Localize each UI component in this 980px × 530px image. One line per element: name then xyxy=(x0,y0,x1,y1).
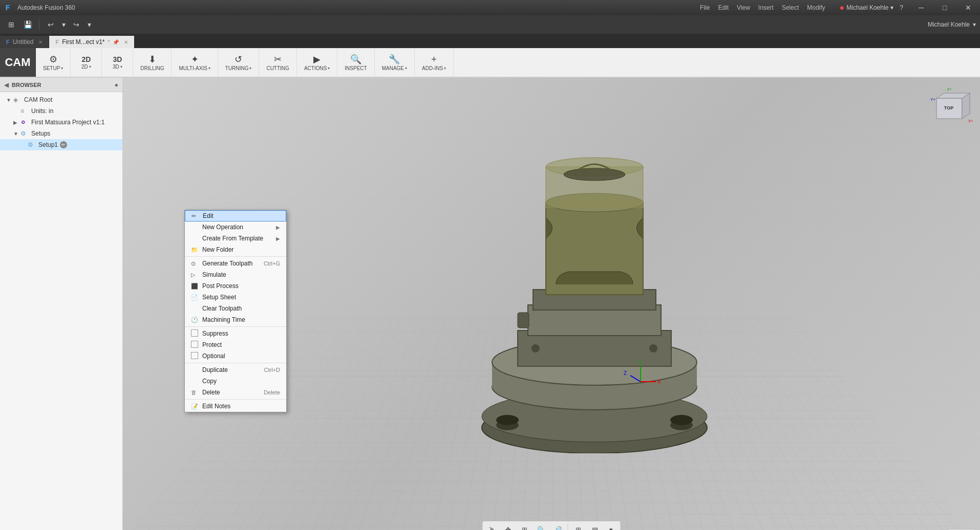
browser-collapse-button[interactable]: ● xyxy=(115,81,118,89)
ctx-template-arrow: ▶ xyxy=(276,236,280,241)
menu-insert[interactable]: Insert xyxy=(758,4,774,11)
user-area: Michael Koehle ▾ xyxy=(928,21,976,28)
ctx-sep-1 xyxy=(185,256,286,257)
cutting-icon: ✂ xyxy=(274,54,282,65)
menu-modify[interactable]: Modify xyxy=(807,4,825,11)
tab-close-project[interactable]: ✕ xyxy=(124,39,128,45)
ctx-generate-toolpath[interactable]: ⊙ Generate Toolpath Ctrl+G xyxy=(185,258,286,269)
zoom-out-button[interactable]: 🔎 xyxy=(550,523,565,530)
ctx-post-process[interactable]: ⬛ Post Process xyxy=(185,280,286,292)
inspect-ribbon-button[interactable]: 🔍 INSPECT xyxy=(342,51,370,74)
addins-ribbon-button[interactable]: + ADD-INS ▾ xyxy=(419,51,449,74)
pan-button[interactable]: ✥ xyxy=(501,523,516,530)
zoom-fit-button[interactable]: ⊞ xyxy=(518,523,532,530)
user-qa-dropdown[interactable]: ▾ xyxy=(973,21,976,28)
undo-button[interactable]: ↩ xyxy=(44,17,58,32)
app-title: Autodesk Fusion 360 xyxy=(15,4,700,11)
setup-ribbon-button[interactable]: ⚙ SETUP ▾ xyxy=(40,51,66,74)
tab-label-untitled: Untitled xyxy=(13,38,34,46)
setup1-icon: ⚙ xyxy=(28,141,37,148)
ctx-postprocess-icon: ⬛ xyxy=(191,283,199,290)
svg-rect-13 xyxy=(518,313,529,328)
ctx-machining-time[interactable]: 🕐 Machining Time xyxy=(185,314,286,325)
menu-view[interactable]: View xyxy=(737,4,750,11)
tree-item-setups[interactable]: ▼ ⚙ Setups xyxy=(0,128,122,139)
viewcube[interactable]: TOP X+ Z+ Y+ xyxy=(926,85,972,131)
drilling-ribbon-button[interactable]: ⬇ DRILLING xyxy=(137,51,167,74)
svg-point-10 xyxy=(531,344,540,352)
display-settings-button[interactable]: ⊞ xyxy=(571,523,586,530)
ctx-protect-label: Protect xyxy=(202,341,280,348)
ribbon-section-addins: + ADD-INS ▾ xyxy=(415,48,454,77)
tab-close-untitled[interactable]: ✕ xyxy=(38,39,42,45)
tab-pin-project[interactable]: 📌 xyxy=(113,39,119,45)
display-mode-button[interactable]: ▤ xyxy=(588,523,602,530)
ctx-optional[interactable]: Optional xyxy=(185,350,286,362)
record-button[interactable]: ● xyxy=(840,3,845,12)
ctx-setup-sheet[interactable]: 📄 Setup Sheet xyxy=(185,292,286,303)
units-icon: ≡ xyxy=(20,107,30,115)
browser-tree: ▼ ◈ CAM Root ≡ Units: in ▶ ⭘ First Matsu… xyxy=(0,92,122,530)
3d-ribbon-button[interactable]: 3D 3D ▾ xyxy=(106,51,129,74)
ctx-duplicate[interactable]: Duplicate Ctrl+D xyxy=(185,364,286,376)
3d-icon: 3D xyxy=(113,55,122,63)
svg-text:Y+: Y+ xyxy=(930,97,935,102)
tree-item-units[interactable]: ≡ Units: in xyxy=(0,105,122,117)
help-button[interactable]: ? xyxy=(900,4,903,11)
tree-item-project[interactable]: ▶ ⭘ First Matsuura Project v1:1 xyxy=(0,117,122,128)
2d-ribbon-button[interactable]: 2D 2D ▾ xyxy=(75,51,97,74)
save-button[interactable]: 💾 xyxy=(20,17,35,32)
display-dropdown[interactable]: ▾ xyxy=(604,523,619,530)
ctx-edit-notes[interactable]: 📝 Edit Notes xyxy=(185,401,286,412)
ribbon-section-multiaxis: ✦ MULTI-AXIS ▾ xyxy=(172,48,218,77)
svg-point-5 xyxy=(670,415,693,425)
setups-arrow: ▼ xyxy=(13,131,20,137)
ctx-edit[interactable]: ✏ Edit xyxy=(185,210,286,222)
ctx-new-folder[interactable]: 📁 New Folder xyxy=(185,244,286,255)
viewport[interactable]: X Y Z ✏ Edit New Operation ▶ Creat xyxy=(123,78,980,530)
ctx-new-operation[interactable]: New Operation ▶ xyxy=(185,222,286,233)
menu-select[interactable]: Select xyxy=(782,4,799,11)
menu-edit[interactable]: Edit xyxy=(718,4,729,11)
user-dropdown[interactable]: ▾ xyxy=(890,4,893,11)
cam-workspace-button[interactable]: CAM xyxy=(0,48,36,77)
ctx-editnotes-label: Edit Notes xyxy=(202,403,280,410)
ctx-folder-label: New Folder xyxy=(202,246,280,253)
ctx-create-template[interactable]: Create From Template ▶ xyxy=(185,233,286,244)
orbit-button[interactable]: 🖱 xyxy=(485,523,499,530)
ctx-copy[interactable]: Copy xyxy=(185,376,286,387)
tree-item-cam-root[interactable]: ▼ ◈ CAM Root xyxy=(0,94,122,105)
restore-button[interactable]: □ xyxy=(933,0,956,15)
tree-item-setup1[interactable]: ⚙ Setup1 ✏ xyxy=(0,139,122,150)
project-arrow: ▶ xyxy=(13,120,20,125)
drilling-icon: ⬇ xyxy=(148,54,156,65)
actions-ribbon-button[interactable]: ▶ ACTIONS ▾ xyxy=(301,51,333,74)
ctx-protect[interactable]: Protect xyxy=(185,339,286,350)
ribbon-section-2d: 2D 2D ▾ xyxy=(71,48,102,77)
ctx-simulate[interactable]: ▷ Simulate xyxy=(185,269,286,280)
grid-view-button[interactable]: ⊞ xyxy=(4,17,18,32)
undo-dropdown[interactable]: ▾ xyxy=(60,17,67,32)
menu-file[interactable]: File xyxy=(700,4,710,11)
minimize-button[interactable]: ─ xyxy=(909,0,933,15)
tab-modified-indicator: * xyxy=(108,39,110,45)
ctx-clear-toolpath[interactable]: Clear Toolpath xyxy=(185,303,286,314)
tab-untitled[interactable]: F Untitled ✕ xyxy=(0,36,49,48)
zoom-in-button[interactable]: 🔍 xyxy=(534,523,548,530)
manage-ribbon-button[interactable]: 🔧 MANAGE ▾ xyxy=(379,51,410,74)
close-button[interactable]: ✕ xyxy=(956,0,980,15)
window-controls: ● Michael Koehle ▾ ? ─ □ ✕ xyxy=(834,0,980,15)
ctx-simulate-icon: ▷ xyxy=(191,272,199,278)
setups-icon: ⚙ xyxy=(20,130,30,137)
ctx-suppress[interactable]: Suppress xyxy=(185,328,286,339)
browser-expand-icon[interactable]: ◀ xyxy=(4,81,9,89)
redo-button[interactable]: ↪ xyxy=(69,17,83,32)
turning-ribbon-button[interactable]: ↺ TURNING ▾ xyxy=(222,51,255,74)
ctx-delete[interactable]: 🗑 Delete Delete xyxy=(185,387,286,398)
cutting-ribbon-button[interactable]: ✂ CUTTING xyxy=(263,51,292,74)
multiaxis-label: MULTI-AXIS ▾ xyxy=(179,65,210,71)
ctx-edit-label: Edit xyxy=(203,212,280,219)
tab-project[interactable]: F First M...ect v1* * 📌 ✕ xyxy=(49,36,135,48)
redo-dropdown[interactable]: ▾ xyxy=(86,17,93,32)
multiaxis-ribbon-button[interactable]: ✦ MULTI-AXIS ▾ xyxy=(176,51,213,74)
